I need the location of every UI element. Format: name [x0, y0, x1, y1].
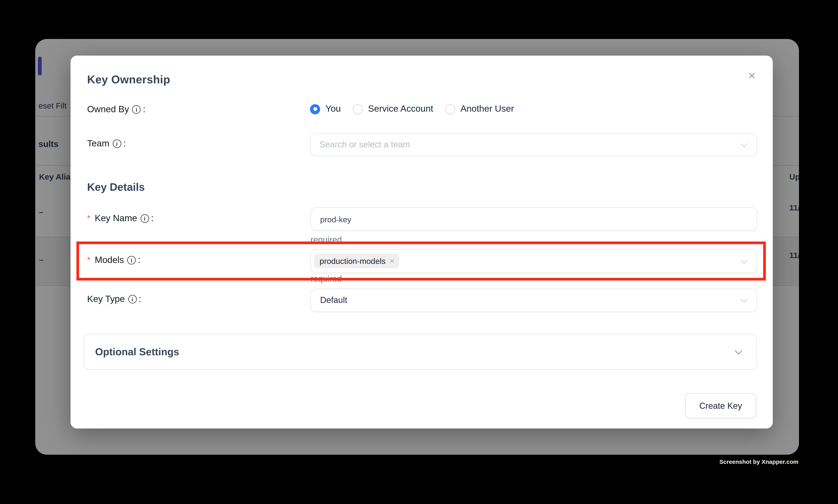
team-select-placeholder: Search or select a team: [311, 140, 410, 149]
colon: :: [151, 213, 154, 224]
info-icon[interactable]: i: [127, 256, 136, 265]
colon: :: [139, 294, 141, 305]
team-label: Team i :: [87, 138, 126, 149]
colon: :: [143, 104, 145, 115]
radio-unselected-icon[interactable]: [353, 104, 363, 114]
models-multiselect[interactable]: production-models ✕: [310, 249, 757, 273]
chevron-down-icon: [741, 140, 748, 147]
optional-settings-title: Optional Settings: [95, 346, 179, 358]
key-name-input-value: prod-key: [311, 215, 351, 224]
create-key-modal: Key Ownership ✕ Owned By i : You Service…: [70, 56, 773, 429]
modal-title: Key Ownership: [87, 73, 170, 86]
xnapper-watermark: Screenshot by Xnapper.com: [719, 458, 798, 465]
radio-unselected-icon[interactable]: [445, 104, 455, 114]
info-icon[interactable]: i: [140, 214, 149, 223]
model-tag: production-models ✕: [314, 254, 399, 268]
create-key-button[interactable]: Create Key: [685, 393, 756, 418]
chevron-down-icon: [741, 296, 748, 303]
models-label: * Models i :: [87, 255, 140, 266]
radio-owned-by-another-user[interactable]: Another User: [445, 104, 514, 114]
info-icon[interactable]: i: [112, 139, 121, 148]
radio-label: Service Account: [368, 104, 433, 114]
key-type-label-text: Key Type: [87, 294, 125, 305]
chevron-down-icon: [741, 257, 748, 264]
owned-by-label: Owned By i :: [87, 104, 145, 115]
required-asterisk: *: [87, 255, 90, 265]
models-label-text: Models: [95, 255, 124, 266]
close-icon[interactable]: ✕: [746, 70, 758, 83]
key-type-select[interactable]: Default: [310, 288, 757, 312]
info-icon[interactable]: i: [128, 295, 137, 304]
required-asterisk: *: [87, 214, 90, 223]
colon: :: [123, 138, 126, 149]
team-label-text: Team: [87, 138, 109, 149]
radio-label: Another User: [460, 104, 514, 114]
info-icon[interactable]: i: [132, 105, 141, 114]
radio-owned-by-you[interactable]: You: [310, 104, 341, 114]
key-name-label-text: Key Name: [95, 213, 137, 224]
key-type-label: Key Type i :: [87, 294, 141, 305]
key-details-heading: Key Details: [87, 181, 145, 194]
radio-selected-icon[interactable]: [310, 104, 320, 114]
screenshot-stage: eset Filt sults Key Alia Up – 11/ – 11/ …: [0, 0, 838, 504]
key-name-input[interactable]: prod-key: [310, 207, 757, 231]
radio-owned-by-service-account[interactable]: Service Account: [353, 104, 433, 114]
radio-label: You: [325, 104, 341, 114]
owned-by-label-text: Owned By: [87, 104, 129, 115]
colon: :: [138, 255, 140, 266]
model-tag-label: production-models: [320, 256, 386, 266]
models-required-message: required: [310, 274, 342, 284]
owned-by-radio-group: You Service Account Another User: [310, 104, 514, 114]
remove-tag-icon[interactable]: ✕: [389, 257, 395, 265]
optional-settings-toggle[interactable]: Optional Settings: [84, 334, 757, 370]
key-type-select-value: Default: [311, 295, 347, 305]
key-name-required-message: required: [310, 235, 342, 245]
chevron-down-icon: [735, 346, 742, 354]
team-select[interactable]: Search or select a team: [310, 133, 757, 156]
key-name-label: * Key Name i :: [87, 213, 154, 224]
